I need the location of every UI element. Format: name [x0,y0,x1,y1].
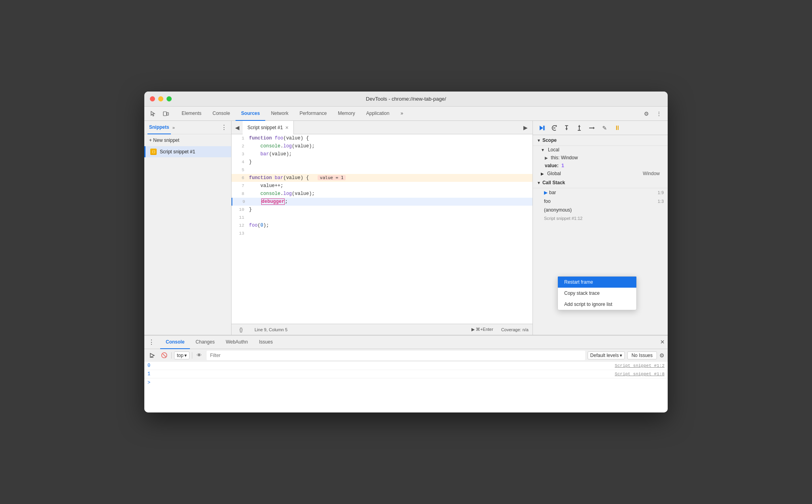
inspect-element-button[interactable] [147,108,159,119]
console-src-0[interactable]: Script snippet #1:2 [615,363,665,368]
maximize-button[interactable] [167,96,172,101]
bottom-more-button[interactable]: ⋮ [147,338,155,346]
call-stack-bar-name: bar [549,190,556,195]
pause-button[interactable]: ⏸ [611,122,623,134]
tab-console[interactable]: Console [207,107,236,121]
center-panel: ◀ Script snippet #1 × ▶ 1 function foo(v… [232,121,533,335]
step-out-button[interactable] [573,122,585,134]
tab-sources[interactable]: Sources [236,107,265,121]
console-eye-button[interactable]: 👁 [195,351,204,360]
call-stack-src: Script snippet #1:12 [544,216,582,221]
console-val-0: 0 [147,363,163,368]
tab-network[interactable]: Network [265,107,294,121]
tab-webauthn[interactable]: WebAuthn [220,336,253,349]
debugger-toolbar: ✎ ⏸ [533,121,668,135]
context-menu-copy-stack-trace[interactable]: Copy stack trace [558,288,636,299]
code-line-2: 2 console.log(value); [232,142,532,150]
scope-section-header[interactable]: ▼ Scope [533,135,668,146]
deactivate-breakpoints-button[interactable]: ✎ [599,122,611,134]
editor-nav-button[interactable]: ◀ [232,122,243,133]
step-icon [588,124,596,132]
bottom-panel: ⋮ Console Changes WebAuthn Issues × [144,335,668,412]
svg-rect-11 [565,125,566,126]
more-options-button[interactable]: ⋮ [653,108,665,119]
code-line-9: 9 debugger; [232,198,532,206]
snippets-tab[interactable]: Snippets [147,121,171,134]
call-stack-anon-name: (anonymous) [544,207,572,213]
global-scope-header[interactable]: ▶ Global Window [533,170,668,178]
close-button[interactable] [150,96,155,101]
left-panel-header: Snippets » ⋮ [144,121,231,134]
snippets-chevron[interactable]: » [172,125,175,130]
local-scope-header[interactable]: ▼ Local [533,146,668,154]
console-clear-button[interactable]: 🚫 [159,351,169,360]
call-stack-item-anon[interactable]: (anonymous) [533,206,668,214]
console-no-issues-button[interactable]: No Issues [627,351,657,359]
context-menu-add-to-ignore[interactable]: Add script to ignore list [558,299,636,310]
context-menu-restart-frame[interactable]: Restart frame [558,277,636,288]
console-row-1: 1 Script snippet #1:8 [144,370,668,378]
bottom-close-button[interactable]: × [660,338,665,346]
svg-marker-7 [556,125,557,127]
code-line-3: 3 bar(value); [232,150,532,158]
tab-performance[interactable]: Performance [294,107,332,121]
step-button[interactable] [586,122,598,134]
context-menu: Restart frame Copy stack trace Add scrip… [557,276,637,310]
call-stack-item-src[interactable]: Script snippet #1:12 [533,214,668,222]
new-snippet-button[interactable]: + New snippet [144,134,231,146]
resume-icon [538,124,545,132]
tab-more[interactable]: » [395,107,409,121]
call-stack-foo-name: foo [544,199,551,204]
current-frame-arrow: ▶ [544,190,548,195]
console-context-selector[interactable]: top ▾ [174,351,190,359]
divider2 [192,352,192,359]
call-stack-item-foo[interactable]: foo 1:3 [533,197,668,206]
svg-rect-5 [543,126,544,130]
editor-tab-close-button[interactable]: × [285,124,288,131]
title-bar-buttons [150,96,172,101]
svg-rect-0 [163,112,167,116]
tab-application[interactable]: Application [360,107,395,121]
tab-changes[interactable]: Changes [190,336,220,349]
bottom-tab-bar: ⋮ Console Changes WebAuthn Issues × [144,336,668,349]
console-settings-button[interactable]: ⚙ [659,352,665,359]
format-button[interactable]: {} [236,324,247,335]
call-stack-chevron: ▼ [537,181,541,185]
console-prompt[interactable]: > [144,378,668,387]
tab-issues[interactable]: Issues [253,336,278,349]
svg-rect-1 [167,113,169,115]
svg-rect-12 [567,125,568,126]
snippet-icon: {} [150,149,157,155]
step-into-button[interactable] [561,122,573,134]
minimize-button[interactable] [158,96,163,101]
console-row-0: 0 Script snippet #1:2 [144,362,668,370]
snippet-item-1[interactable]: {} Script snippet #1 [144,146,231,157]
status-bar: {} Line 9, Column 5 ▶ ⌘+Enter Coverage: … [232,324,532,335]
resume-button[interactable] [535,122,547,134]
code-line-11: 11 [232,214,532,221]
editor-tab[interactable]: Script snippet #1 × [243,121,294,134]
svg-marker-10 [565,128,568,130]
console-levels-selector[interactable]: Default levels ▾ [588,351,625,359]
code-line-4: 4 } [232,158,532,166]
execute-icon [149,353,155,358]
console-src-1[interactable]: Script snippet #1:8 [615,372,665,376]
value-scope-item: value: 1 [533,162,668,170]
call-stack-section-header[interactable]: ▼ Call Stack [533,178,668,188]
call-stack-item-bar[interactable]: ▶ bar 1:9 [533,188,668,197]
console-execute-button[interactable] [147,351,157,360]
editor-tab-bar: ◀ Script snippet #1 × ▶ [232,121,532,134]
value-scope-val: 1 [561,163,564,168]
code-line-5: 5 [232,166,532,174]
this-scope-item[interactable]: ▶ this: Window [533,154,668,162]
settings-button[interactable]: ⚙ [641,108,652,119]
editor-run-button[interactable]: ▶ [520,122,531,133]
tab-elements[interactable]: Elements [176,107,207,121]
window-title: DevTools - chrome://new-tab-page/ [366,96,446,102]
device-toolbar-button[interactable] [160,108,171,119]
console-filter-input[interactable] [207,351,585,360]
snippets-more-button[interactable]: ⋮ [220,124,228,132]
step-over-button[interactable] [548,122,560,134]
tab-console-bottom[interactable]: Console [160,336,190,349]
tab-memory[interactable]: Memory [332,107,360,121]
